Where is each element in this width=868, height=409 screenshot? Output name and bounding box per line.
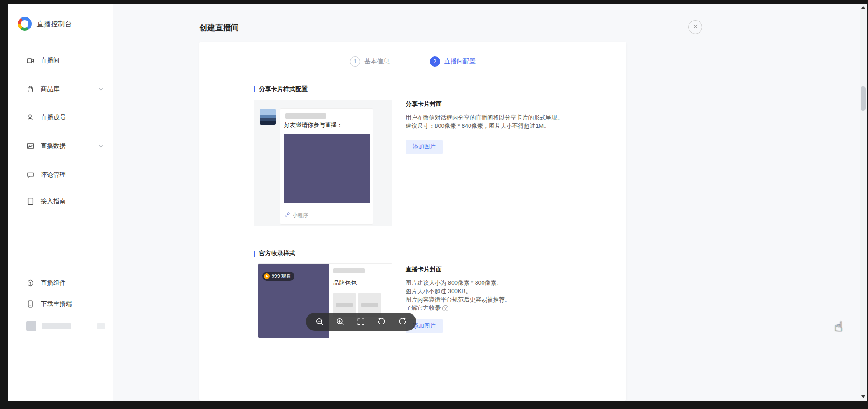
close-button[interactable] bbox=[688, 20, 702, 34]
chevron-down-icon bbox=[98, 86, 104, 92]
stepper: 1 基本信息 2 直播间配置 bbox=[199, 56, 626, 67]
sidebar-item-label: 接入指南 bbox=[41, 197, 66, 205]
sidebar-item-comments[interactable]: 评论管理 bbox=[8, 166, 113, 184]
product-name: 品牌包包 bbox=[333, 279, 388, 287]
create-room-panel: 1 基本信息 2 直播间配置 分享卡片样式配置 好友邀请你参与直播： bbox=[199, 42, 626, 401]
blurred-caption bbox=[336, 303, 353, 307]
sidebar-item-label: 直播数据 bbox=[41, 142, 66, 150]
add-share-image-button[interactable]: 添加图片 bbox=[406, 140, 443, 154]
stepper-connector bbox=[397, 62, 422, 62]
sidebar: 直播控制台 直播间 商品库 直 bbox=[8, 4, 114, 401]
chevron-down-icon bbox=[98, 143, 104, 149]
invite-text: 好友邀请你参与直播： bbox=[284, 121, 343, 129]
sidebar-item-products[interactable]: 商品库 bbox=[8, 80, 113, 99]
blurred-caption bbox=[361, 303, 378, 307]
viewers-badge: 999 观看 bbox=[262, 272, 294, 281]
live-cover-desc1: 图片建议大小为 800像素 * 800像素。 bbox=[406, 279, 625, 287]
fullscreen-button[interactable] bbox=[355, 315, 368, 328]
share-card-preview: 好友邀请你参与直播： 小程序 bbox=[254, 100, 392, 226]
logo-label: 直播控制台 bbox=[37, 20, 72, 28]
step-basic-info[interactable]: 1 基本信息 bbox=[350, 56, 390, 67]
app-logo[interactable]: 直播控制台 bbox=[18, 17, 72, 31]
blurred-title bbox=[333, 268, 365, 273]
scrollbar-thumb[interactable] bbox=[861, 86, 866, 111]
phone-icon bbox=[26, 300, 35, 308]
scroll-up-icon[interactable] bbox=[861, 6, 865, 9]
fullscreen-icon bbox=[357, 317, 365, 326]
help-link-label: 了解官方收录 bbox=[406, 304, 441, 312]
mouse-cursor: ☝ bbox=[834, 318, 843, 335]
zoom-in-icon bbox=[336, 317, 345, 326]
link-icon bbox=[285, 211, 290, 219]
viewers-count: 999 观看 bbox=[272, 273, 291, 280]
rotate-left-icon bbox=[377, 317, 386, 326]
share-cover-desc2: 建议尺寸：800像素 * 640像素，图片大小不得超过1M。 bbox=[406, 122, 625, 130]
rotate-right-icon bbox=[398, 317, 407, 326]
avatar bbox=[26, 321, 36, 331]
step-room-config[interactable]: 2 直播间配置 bbox=[430, 56, 476, 67]
mini-program-row: 小程序 bbox=[285, 211, 308, 219]
share-cover-desc1: 用户在微信对话框内分享的直播间将以分享卡片的形式呈现。 bbox=[406, 113, 625, 122]
user-icon bbox=[26, 113, 35, 122]
share-card-mock: 好友邀请你参与直播： 小程序 bbox=[280, 108, 373, 225]
sidebar-item-label: 直播成员 bbox=[41, 113, 66, 122]
sidebar-item-members[interactable]: 直播成员 bbox=[8, 108, 113, 127]
sidebar-item-label: 直播间 bbox=[41, 56, 60, 65]
sidebar-user-row[interactable] bbox=[8, 317, 113, 335]
sidebar-item-liveroom[interactable]: 直播间 bbox=[8, 51, 113, 70]
sidebar-item-guide[interactable]: 接入指南 bbox=[8, 192, 113, 211]
sidebar-item-download-host[interactable]: 下载主播端 bbox=[8, 295, 113, 313]
step-label: 基本信息 bbox=[364, 57, 390, 66]
camera-icon bbox=[26, 56, 35, 65]
live-cover-panel: 直播卡片封面 图片建议大小为 800像素 * 800像素。 图片大小不超过 30… bbox=[406, 265, 625, 333]
logo-icon bbox=[18, 17, 32, 31]
zoom-in-button[interactable] bbox=[334, 315, 347, 328]
step-label: 直播间配置 bbox=[444, 57, 476, 66]
contact-avatar-image bbox=[260, 109, 276, 125]
section-title-official: 官方收录样式 bbox=[254, 249, 295, 258]
live-indicator-icon bbox=[264, 273, 270, 279]
blurred-badge bbox=[97, 323, 105, 329]
share-cover-title: 分享卡片封面 bbox=[406, 100, 625, 108]
sidebar-item-label: 下载主播端 bbox=[41, 300, 72, 308]
section-title-share-card: 分享卡片样式配置 bbox=[254, 85, 308, 93]
book-icon bbox=[26, 197, 35, 205]
scroll-down-icon[interactable] bbox=[861, 395, 865, 398]
app-window: 直播控制台 直播间 商品库 直 bbox=[8, 4, 860, 401]
chart-icon bbox=[26, 142, 35, 150]
sidebar-item-label: 评论管理 bbox=[41, 171, 66, 179]
share-cover-panel: 分享卡片封面 用户在微信对话框内分享的直播间将以分享卡片的形式呈现。 建议尺寸：… bbox=[406, 100, 625, 154]
zoom-out-icon bbox=[315, 317, 324, 326]
sidebar-item-label: 商品库 bbox=[41, 85, 60, 93]
rotate-left-button[interactable] bbox=[375, 315, 388, 328]
official-listing-help-link[interactable]: 了解官方收录 ? bbox=[406, 304, 625, 312]
zoom-out-button[interactable] bbox=[313, 315, 326, 328]
live-cover-desc2: 图片大小不超过 300KB。 bbox=[406, 287, 625, 296]
comment-icon bbox=[26, 171, 35, 179]
sidebar-item-data[interactable]: 直播数据 bbox=[8, 137, 113, 155]
mini-program-label: 小程序 bbox=[293, 212, 308, 219]
close-icon bbox=[693, 23, 699, 31]
live-cover-desc3: 图片内容遵循平台规范后更容易被推荐。 bbox=[406, 296, 625, 304]
step-number: 1 bbox=[350, 56, 360, 67]
image-viewer-toolbar bbox=[306, 313, 416, 331]
help-icon: ? bbox=[442, 305, 448, 311]
vertical-scrollbar[interactable] bbox=[860, 4, 867, 401]
live-cover-title: 直播卡片封面 bbox=[406, 265, 625, 274]
rotate-right-button[interactable] bbox=[396, 315, 409, 328]
sidebar-item-components[interactable]: 直播组件 bbox=[8, 274, 113, 292]
blurred-nickname bbox=[285, 113, 326, 119]
share-cover-placeholder bbox=[284, 134, 370, 203]
sidebar-item-label: 直播组件 bbox=[41, 279, 66, 287]
main-area: 创建直播间 1 基本信息 2 直播间配置 bbox=[113, 4, 860, 401]
step-number: 2 bbox=[430, 56, 440, 67]
screen: 直播控制台 直播间 商品库 直 bbox=[0, 0, 868, 409]
page-title: 创建直播间 bbox=[199, 22, 239, 33]
divider bbox=[280, 208, 373, 208]
bag-icon bbox=[26, 85, 35, 93]
blurred-username bbox=[42, 323, 71, 329]
cube-icon bbox=[26, 279, 35, 287]
